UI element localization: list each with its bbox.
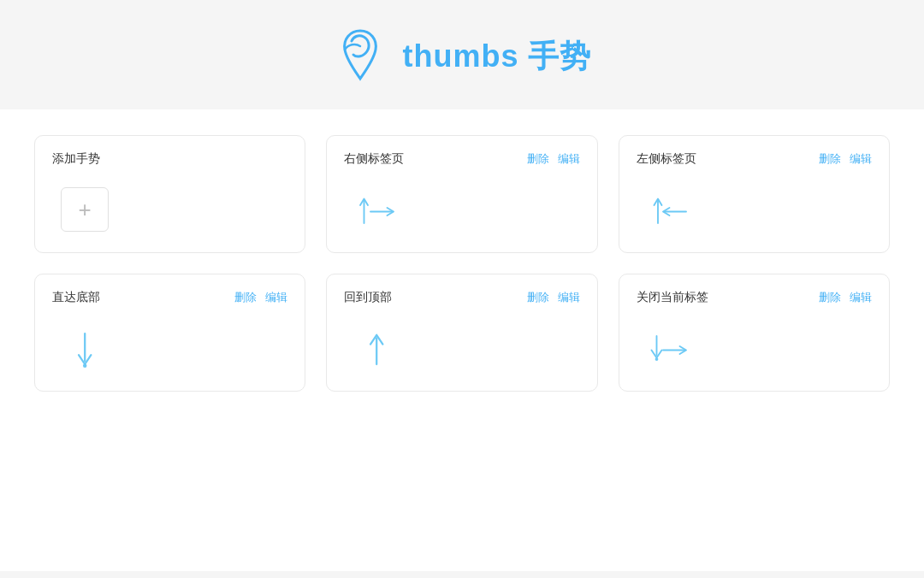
add-gesture-title: 添加手势 (52, 151, 100, 167)
left-tab-delete-button[interactable]: 删除 (819, 151, 841, 167)
main-content: 添加手势 + 右侧标签页 删除 编辑 (0, 109, 924, 571)
add-gesture-button[interactable]: + (61, 187, 109, 232)
go-top-card: 回到顶部 删除 编辑 (326, 274, 597, 392)
go-top-edit-button[interactable]: 编辑 (558, 290, 580, 305)
close-tab-title: 关闭当前标签 (637, 290, 708, 305)
go-top-delete-button[interactable]: 删除 (527, 290, 549, 305)
left-tab-gesture-icon (637, 184, 872, 233)
left-tab-card-header: 左侧标签页 删除 编辑 (637, 151, 872, 167)
go-top-card-header: 回到顶部 删除 编辑 (344, 290, 579, 305)
right-tab-delete-button[interactable]: 删除 (527, 151, 549, 167)
right-tab-actions: 删除 编辑 (527, 151, 580, 167)
close-tab-delete-button[interactable]: 删除 (819, 290, 841, 305)
right-tab-card: 右侧标签页 删除 编辑 (326, 135, 597, 253)
svg-point-5 (83, 364, 87, 369)
add-gesture-card-header: 添加手势 (52, 151, 287, 167)
add-gesture-card: 添加手势 + (34, 135, 305, 253)
cards-grid: 添加手势 + 右侧标签页 删除 编辑 (34, 135, 890, 392)
add-gesture-icon-area: + (52, 184, 287, 232)
close-tab-edit-button[interactable]: 编辑 (850, 290, 872, 305)
go-bottom-title: 直达底部 (52, 290, 100, 305)
go-bottom-edit-button[interactable]: 编辑 (265, 290, 287, 305)
close-tab-card: 关闭当前标签 删除 编辑 (619, 274, 890, 392)
right-tab-card-header: 右侧标签页 删除 编辑 (344, 151, 579, 167)
left-tab-title: 左侧标签页 (637, 151, 696, 167)
close-tab-gesture-icon (637, 322, 872, 372)
right-tab-edit-button[interactable]: 编辑 (558, 151, 580, 167)
go-top-gesture-icon (344, 322, 579, 372)
right-tab-title: 右侧标签页 (344, 151, 404, 167)
go-bottom-delete-button[interactable]: 删除 (234, 290, 257, 305)
app-header: thumbs 手势 (0, 0, 924, 109)
app-logo (333, 24, 388, 89)
right-tab-gesture-icon (344, 184, 579, 233)
left-tab-actions: 删除 编辑 (819, 151, 872, 167)
go-bottom-card-header: 直达底部 删除 编辑 (52, 290, 287, 305)
go-bottom-gesture-icon (52, 322, 287, 372)
go-top-title: 回到顶部 (344, 290, 392, 305)
close-tab-card-header: 关闭当前标签 删除 编辑 (637, 290, 872, 305)
left-tab-edit-button[interactable]: 编辑 (850, 151, 872, 167)
app-title: thumbs 手势 (403, 36, 592, 78)
svg-point-8 (654, 357, 658, 361)
go-bottom-actions: 删除 编辑 (234, 290, 287, 305)
go-top-actions: 删除 编辑 (527, 290, 580, 305)
left-tab-card: 左侧标签页 删除 编辑 (619, 135, 890, 253)
close-tab-actions: 删除 编辑 (819, 290, 872, 305)
go-bottom-card: 直达底部 删除 编辑 (34, 274, 305, 392)
